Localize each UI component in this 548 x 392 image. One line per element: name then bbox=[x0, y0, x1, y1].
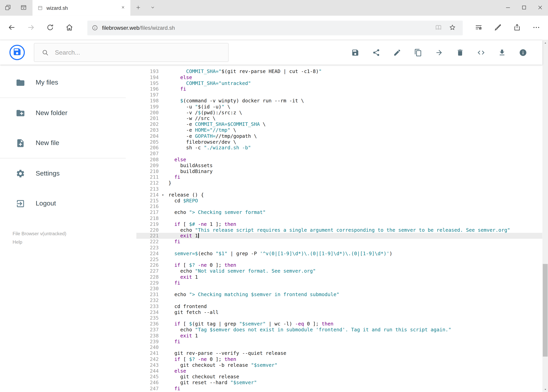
reading-view-button[interactable] bbox=[431, 21, 445, 35]
save-button[interactable] bbox=[351, 48, 359, 57]
share-page-button[interactable] bbox=[507, 18, 527, 37]
code-line[interactable]: 215 cd $REPO bbox=[136, 198, 542, 203]
maximize-button[interactable] bbox=[516, 0, 532, 16]
code-line[interactable]: 234 git fetch --all bbox=[136, 309, 542, 315]
add-favorite-button[interactable] bbox=[445, 21, 459, 35]
tab-preview-button[interactable] bbox=[16, 0, 31, 16]
sidebar-item-new-folder[interactable]: New folder bbox=[0, 98, 136, 128]
sidebar-item-new-file[interactable]: New file bbox=[0, 128, 136, 158]
code-line[interactable]: 207 bbox=[136, 151, 542, 157]
code-line[interactable]: 193 COMMIT_SHA="$(git rev-parse HEAD | c… bbox=[136, 69, 542, 74]
code-line[interactable]: 212} bbox=[136, 180, 542, 186]
code-line[interactable]: 221 exit 1 bbox=[136, 233, 542, 239]
code-line[interactable]: 233 cd frontend bbox=[136, 303, 542, 309]
code-line[interactable]: 208 else bbox=[136, 157, 542, 162]
forward-button[interactable] bbox=[21, 18, 41, 37]
code-line[interactable]: 247 fi bbox=[136, 385, 542, 392]
code-line[interactable]: 235 bbox=[136, 315, 542, 321]
scroll-down-button[interactable] bbox=[542, 386, 548, 392]
code-line[interactable]: 230 bbox=[136, 286, 542, 292]
code-line[interactable]: 214▾release () { bbox=[136, 192, 542, 198]
code-line[interactable]: 201 -w //src \ bbox=[136, 115, 542, 121]
code-line[interactable]: 224 semver=$(echo "$1" | grep -P '^v(0|[… bbox=[136, 251, 542, 256]
code-line[interactable]: 238 exit 1 bbox=[136, 333, 542, 339]
code-line[interactable]: 211 fi bbox=[136, 174, 542, 180]
more-actions-button[interactable] bbox=[527, 18, 546, 37]
download-button[interactable] bbox=[498, 48, 506, 57]
code-line[interactable]: 216 bbox=[136, 203, 542, 210]
back-button[interactable] bbox=[2, 18, 21, 37]
tab-list-dropdown-button[interactable] bbox=[146, 0, 160, 16]
code-line[interactable]: 203 -e HOME="//tmp" \ bbox=[136, 127, 542, 133]
code-line[interactable]: 231 echo "> Checking matching $semver in… bbox=[136, 292, 542, 297]
sidebar-item-my-files[interactable]: My files bbox=[0, 68, 136, 98]
code-line[interactable]: 217 echo "> Checking semver format" bbox=[136, 210, 542, 215]
code-line[interactable]: 243 git checkout -b release "$semver" bbox=[136, 362, 542, 368]
rename-button[interactable] bbox=[393, 48, 401, 57]
code-line[interactable]: 220 echo "This release script requires a… bbox=[136, 227, 542, 233]
address-bar[interactable]: filebrowser.web/files/wizard.sh bbox=[87, 21, 463, 35]
code-line[interactable]: 244 else bbox=[136, 368, 542, 374]
page-info-icon[interactable] bbox=[91, 24, 98, 31]
code-line[interactable]: 229 fi bbox=[136, 280, 542, 286]
code-line[interactable]: 232 bbox=[136, 297, 542, 303]
code-line[interactable]: 218 bbox=[136, 215, 542, 221]
code-line[interactable]: 225 bbox=[136, 256, 542, 262]
code-line[interactable]: 245 git checkout release bbox=[136, 374, 542, 380]
code-line[interactable]: 223 bbox=[136, 245, 542, 251]
tab-close-button[interactable] bbox=[118, 3, 128, 12]
code-line[interactable]: 236 if [ $(git tag | grep "$semver" | wc… bbox=[136, 321, 542, 327]
search-input[interactable] bbox=[54, 48, 208, 56]
filebrowser-logo[interactable] bbox=[9, 45, 25, 60]
code-line[interactable]: 237 echo "Tag $semver does not exist in … bbox=[136, 327, 542, 333]
raw-view-button[interactable] bbox=[477, 48, 485, 57]
help-link[interactable]: Help bbox=[13, 239, 22, 246]
code-editor[interactable]: 193 COMMIT_SHA="$(git rev-parse HEAD | c… bbox=[136, 65, 542, 392]
favorites-hub-button[interactable] bbox=[469, 18, 488, 37]
code-line[interactable]: 240 bbox=[136, 344, 542, 350]
code-line[interactable]: 206 sh -c "./wizard.sh -b" bbox=[136, 145, 542, 151]
scrollbar-thumb[interactable] bbox=[543, 264, 548, 357]
sidebar-item-logout[interactable]: Logout bbox=[0, 189, 136, 219]
move-button[interactable] bbox=[435, 48, 443, 57]
info-button[interactable] bbox=[519, 48, 527, 57]
sidebar-item-settings[interactable]: Settings bbox=[0, 158, 136, 189]
code-line[interactable]: 205 filebrowser/dev \ bbox=[136, 139, 542, 145]
code-line[interactable]: 199 -u "$(id -u)" \ bbox=[136, 104, 542, 110]
close-button[interactable] bbox=[532, 0, 548, 16]
code-line[interactable]: 227 echo "Not valid semver format. See s… bbox=[136, 268, 542, 274]
code-line[interactable]: 196 fi bbox=[136, 86, 542, 92]
code-line[interactable]: 228 exit 1 bbox=[136, 274, 542, 280]
browser-tab[interactable]: wizard.sh bbox=[33, 0, 130, 16]
home-button[interactable] bbox=[60, 18, 79, 37]
code-line[interactable]: 246 git reset --hard "$semver" bbox=[136, 380, 542, 385]
code-line[interactable]: 242 if [ $? -ne 0 ]; then bbox=[136, 356, 542, 362]
code-line[interactable]: 197 bbox=[136, 92, 542, 98]
code-line[interactable]: 195 COMMIT_SHA="untracked" bbox=[136, 80, 542, 86]
vertical-scrollbar[interactable] bbox=[542, 40, 548, 392]
code-line[interactable]: 200 -v /$(pwd):/src:z \ bbox=[136, 110, 542, 115]
search-bar[interactable] bbox=[34, 43, 229, 62]
code-line[interactable]: 202 -e COMMIT_SHA=$COMMIT_SHA \ bbox=[136, 121, 542, 127]
fold-marker-icon[interactable]: ▾ bbox=[162, 192, 164, 198]
code-line[interactable]: 198 $(command -v winpty) docker run --rm… bbox=[136, 98, 542, 104]
code-line[interactable]: 204 -e GOPATH=//tmp/gopath \ bbox=[136, 133, 542, 139]
scroll-up-button[interactable] bbox=[542, 40, 548, 46]
code-line[interactable]: 194 else bbox=[136, 74, 542, 80]
code-line[interactable]: 226 if [ $? -ne 0 ]; then bbox=[136, 262, 542, 268]
minimize-button[interactable] bbox=[500, 0, 516, 16]
code-line[interactable]: 241 git rev-parse --verify --quiet relea… bbox=[136, 350, 542, 356]
code-line[interactable]: 239 fi bbox=[136, 339, 542, 344]
new-tab-button[interactable] bbox=[130, 0, 146, 16]
set-tabs-aside-button[interactable] bbox=[0, 0, 16, 16]
code-line[interactable]: 219 if [ $# -ne 1 ]; then bbox=[136, 221, 542, 227]
code-line[interactable]: 210 buildBinary bbox=[136, 168, 542, 174]
copy-button[interactable] bbox=[414, 48, 422, 57]
code-line[interactable]: 222 fi bbox=[136, 239, 542, 245]
web-note-button[interactable] bbox=[488, 18, 507, 37]
delete-button[interactable] bbox=[456, 48, 464, 57]
code-line[interactable]: 209 buildAssets bbox=[136, 162, 542, 168]
code-line[interactable]: 213 bbox=[136, 186, 542, 192]
refresh-button[interactable] bbox=[41, 18, 60, 37]
share-button[interactable] bbox=[372, 48, 380, 57]
